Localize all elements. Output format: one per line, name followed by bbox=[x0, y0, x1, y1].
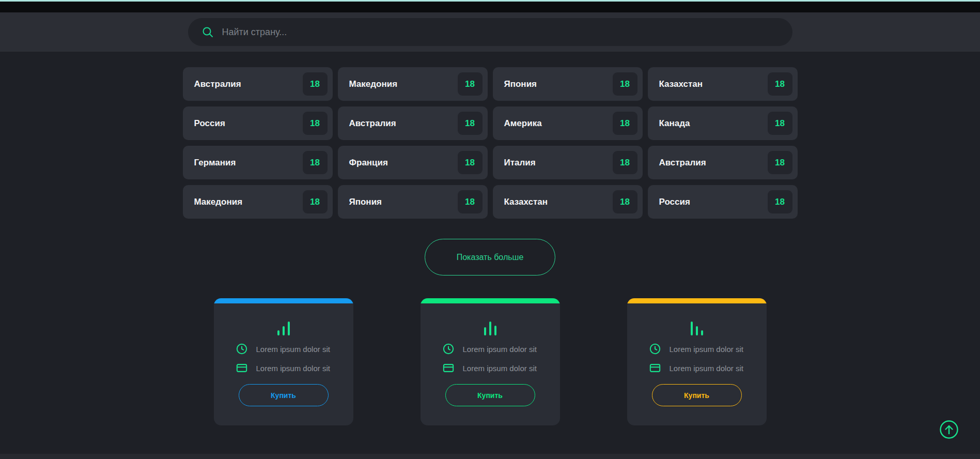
credit-card-icon bbox=[649, 362, 661, 374]
plan-feature-text: Lorem ipsum dolor sit bbox=[463, 364, 537, 373]
country-item[interactable]: Франция 18 bbox=[338, 146, 488, 179]
country-item[interactable]: Япония 18 bbox=[493, 67, 643, 101]
clock-icon bbox=[443, 343, 454, 355]
buy-button[interactable]: Купить bbox=[445, 384, 535, 406]
country-grid: Австралия 18 Македония 18 Япония 18 Каза… bbox=[183, 67, 798, 219]
plan-accent-bar bbox=[214, 298, 353, 303]
count-badge: 18 bbox=[458, 72, 483, 96]
count-badge: 18 bbox=[613, 190, 637, 213]
count-badge: 18 bbox=[303, 151, 328, 174]
clock-icon bbox=[649, 343, 661, 355]
count-badge: 18 bbox=[303, 190, 328, 213]
plan-cards: Lorem ipsum dolor sit Lorem ipsum dolor … bbox=[0, 298, 980, 425]
count-badge: 18 bbox=[613, 72, 637, 96]
country-name: Япония bbox=[504, 79, 537, 89]
header bbox=[0, 12, 980, 52]
country-name: Австралия bbox=[349, 118, 396, 129]
buy-button[interactable]: Купить bbox=[239, 384, 329, 406]
count-badge: 18 bbox=[768, 112, 792, 135]
country-name: Канада bbox=[659, 118, 690, 129]
credit-card-icon bbox=[236, 362, 247, 374]
arrow-up-icon bbox=[939, 420, 959, 439]
country-item[interactable]: Казахстан 18 bbox=[648, 67, 798, 101]
count-badge: 18 bbox=[303, 112, 328, 135]
search-box[interactable] bbox=[188, 18, 792, 46]
plan-feature-row: Lorem ipsum dolor sit bbox=[214, 343, 353, 355]
footer-band bbox=[0, 454, 980, 459]
country-name: Австралия bbox=[659, 158, 706, 168]
count-badge: 18 bbox=[458, 112, 483, 135]
show-more-button[interactable]: Показать больше bbox=[425, 239, 555, 276]
bar-chart-icon bbox=[277, 322, 290, 335]
country-item[interactable]: Македония 18 bbox=[338, 67, 488, 101]
country-name: Япония bbox=[349, 197, 382, 207]
country-name: Македония bbox=[194, 197, 243, 207]
plan-feature-row: Lorem ipsum dolor sit bbox=[421, 362, 560, 374]
count-badge: 18 bbox=[768, 190, 792, 213]
plan-feature-row: Lorem ipsum dolor sit bbox=[421, 343, 560, 355]
country-name: Германия bbox=[194, 158, 236, 168]
plan-card-green: Lorem ipsum dolor sit Lorem ipsum dolor … bbox=[421, 298, 560, 425]
country-name: Россия bbox=[659, 197, 690, 207]
plan-feature-row: Lorem ipsum dolor sit bbox=[627, 362, 767, 374]
search-input[interactable] bbox=[222, 27, 779, 38]
country-item[interactable]: Россия 18 bbox=[648, 185, 798, 219]
country-item[interactable]: Италия 18 bbox=[493, 146, 643, 179]
count-badge: 18 bbox=[458, 190, 483, 213]
credit-card-icon bbox=[443, 362, 454, 374]
country-name: Россия bbox=[194, 118, 225, 129]
country-item[interactable]: Германия 18 bbox=[183, 146, 333, 179]
country-item[interactable]: Япония 18 bbox=[338, 185, 488, 219]
country-item[interactable]: Австралия 18 bbox=[183, 67, 333, 101]
count-badge: 18 bbox=[303, 72, 328, 96]
plan-feature-text: Lorem ipsum dolor sit bbox=[463, 345, 537, 354]
count-badge: 18 bbox=[613, 151, 637, 174]
plan-feature-text: Lorem ipsum dolor sit bbox=[256, 345, 330, 354]
country-name: Казахстан bbox=[659, 79, 703, 89]
bar-chart-icon bbox=[691, 322, 703, 335]
search-icon bbox=[201, 26, 214, 38]
plan-feature-row: Lorem ipsum dolor sit bbox=[627, 343, 767, 355]
plan-feature-text: Lorem ipsum dolor sit bbox=[256, 364, 330, 373]
country-name: Италия bbox=[504, 158, 536, 168]
count-badge: 18 bbox=[613, 112, 637, 135]
count-badge: 18 bbox=[768, 72, 792, 96]
buy-button[interactable]: Купить bbox=[652, 384, 742, 406]
country-item[interactable]: Казахстан 18 bbox=[493, 185, 643, 219]
country-name: Америка bbox=[504, 118, 542, 129]
top-strip bbox=[0, 2, 980, 12]
country-name: Франция bbox=[349, 158, 388, 168]
plan-feature-row: Lorem ipsum dolor sit bbox=[214, 362, 353, 374]
country-name: Австралия bbox=[194, 79, 241, 89]
country-item[interactable]: Канада 18 bbox=[648, 106, 798, 140]
count-badge: 18 bbox=[458, 151, 483, 174]
country-item[interactable]: Америка 18 bbox=[493, 106, 643, 140]
count-badge: 18 bbox=[768, 151, 792, 174]
country-item[interactable]: Австралия 18 bbox=[338, 106, 488, 140]
country-item[interactable]: Македония 18 bbox=[183, 185, 333, 219]
country-item[interactable]: Австралия 18 bbox=[648, 146, 798, 179]
country-item[interactable]: Россия 18 bbox=[183, 106, 333, 140]
plan-feature-text: Lorem ipsum dolor sit bbox=[670, 364, 743, 373]
plan-accent-bar bbox=[627, 298, 767, 303]
bar-chart-icon bbox=[484, 322, 496, 335]
plan-card-blue: Lorem ipsum dolor sit Lorem ipsum dolor … bbox=[214, 298, 353, 425]
scroll-to-top-button[interactable] bbox=[939, 420, 959, 439]
country-name: Казахстан bbox=[504, 197, 548, 207]
clock-icon bbox=[236, 343, 247, 355]
country-name: Македония bbox=[349, 79, 398, 89]
plan-feature-text: Lorem ipsum dolor sit bbox=[670, 345, 743, 354]
plan-card-yellow: Lorem ipsum dolor sit Lorem ipsum dolor … bbox=[627, 298, 767, 425]
plan-accent-bar bbox=[421, 298, 560, 303]
